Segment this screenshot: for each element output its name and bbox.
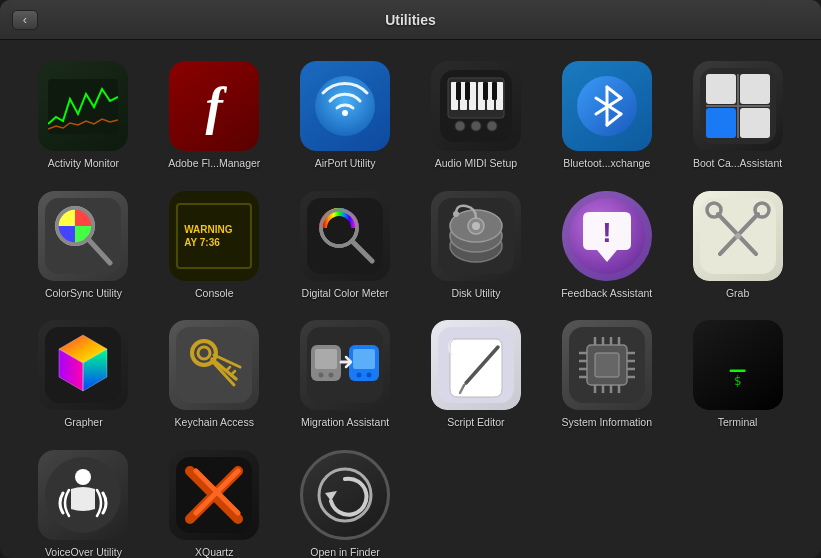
app-icon-migration bbox=[300, 320, 390, 410]
app-icon-bluetooth bbox=[562, 61, 652, 151]
app-icon-boot-camp bbox=[693, 61, 783, 151]
svg-point-15 bbox=[455, 121, 465, 131]
app-icon-voiceover bbox=[38, 450, 128, 540]
colorsync-svg bbox=[45, 198, 121, 274]
app-label: Adobe Fl...Manager bbox=[168, 157, 260, 171]
app-icon-script-editor bbox=[431, 320, 521, 410]
app-item-xquartz[interactable]: XQuartz bbox=[151, 444, 278, 558]
airport-wifi-icon bbox=[314, 75, 376, 137]
app-icon-digital-color bbox=[300, 191, 390, 281]
app-item-bluetooth[interactable]: Bluetoot...xchange bbox=[543, 55, 670, 177]
app-icon-terminal: _ $ bbox=[693, 320, 783, 410]
svg-rect-72 bbox=[315, 349, 337, 369]
app-item-boot-camp[interactable]: Boot Ca...Assistant bbox=[674, 55, 801, 177]
svg-rect-13 bbox=[483, 82, 488, 100]
open-finder-svg bbox=[317, 467, 373, 523]
svg-rect-27 bbox=[706, 108, 736, 138]
svg-point-103 bbox=[75, 469, 91, 485]
svg-text:!: ! bbox=[602, 217, 611, 248]
app-icon-airport bbox=[300, 61, 390, 151]
app-item-disk-utility[interactable]: Disk Utility bbox=[413, 185, 540, 307]
app-item-activity-monitor[interactable]: Activity Monitor bbox=[20, 55, 147, 177]
svg-point-53 bbox=[735, 233, 741, 239]
app-label: Console bbox=[195, 287, 234, 301]
digital-color-svg bbox=[307, 198, 383, 274]
app-item-script-editor[interactable]: Script Editor bbox=[413, 314, 540, 436]
bootcamp-svg bbox=[700, 68, 776, 144]
svg-marker-110 bbox=[325, 491, 337, 501]
svg-point-73 bbox=[319, 373, 324, 378]
svg-point-44 bbox=[472, 222, 480, 230]
app-label: Digital Color Meter bbox=[302, 287, 389, 301]
svg-point-74 bbox=[329, 373, 334, 378]
app-label: System Information bbox=[562, 416, 652, 430]
app-label: Bluetoot...xchange bbox=[563, 157, 650, 171]
app-icon-adobe-flash: f bbox=[169, 61, 259, 151]
terminal-prompt-text: _ bbox=[730, 342, 746, 372]
titlebar: ‹ Utilities bbox=[0, 0, 821, 40]
app-icon-colorsync bbox=[38, 191, 128, 281]
app-label: Activity Monitor bbox=[48, 157, 119, 171]
grapher-svg bbox=[45, 327, 121, 403]
app-icon-system-info bbox=[562, 320, 652, 410]
svg-rect-101 bbox=[595, 353, 619, 377]
app-label: Feedback Assistant bbox=[561, 287, 652, 301]
back-icon: ‹ bbox=[23, 12, 27, 27]
svg-rect-25 bbox=[706, 74, 736, 104]
bluetooth-svg bbox=[576, 75, 638, 137]
window-title: Utilities bbox=[385, 12, 436, 28]
app-item-digital-color[interactable]: Digital Color Meter bbox=[282, 185, 409, 307]
feedback-svg: ! bbox=[569, 198, 645, 274]
app-label: Grapher bbox=[64, 416, 103, 430]
back-button[interactable]: ‹ bbox=[12, 10, 38, 30]
app-item-adobe-flash[interactable]: f Adobe Fl...Manager bbox=[151, 55, 278, 177]
app-item-keychain[interactable]: Keychain Access bbox=[151, 314, 278, 436]
activity-monitor-graph bbox=[48, 79, 118, 134]
app-item-console[interactable]: WARNINGAY 7:36 Console bbox=[151, 185, 278, 307]
app-label: Terminal bbox=[718, 416, 758, 430]
app-item-grab[interactable]: Grab bbox=[674, 185, 801, 307]
app-item-system-info[interactable]: System Information bbox=[543, 314, 670, 436]
app-icon-grab bbox=[693, 191, 783, 281]
app-item-grapher[interactable]: Grapher bbox=[20, 314, 147, 436]
migration-svg bbox=[307, 327, 383, 403]
svg-point-17 bbox=[487, 121, 497, 131]
svg-rect-76 bbox=[353, 349, 375, 369]
app-item-airport[interactable]: AirPort Utility bbox=[282, 55, 409, 177]
app-label: ColorSync Utility bbox=[45, 287, 122, 301]
app-item-voiceover[interactable]: VoiceOver Utility bbox=[20, 444, 147, 558]
svg-rect-0 bbox=[48, 79, 118, 134]
svg-point-16 bbox=[471, 121, 481, 131]
app-label: XQuartz bbox=[195, 546, 234, 558]
app-label: Grab bbox=[726, 287, 749, 301]
app-label: Script Editor bbox=[447, 416, 504, 430]
app-label: VoiceOver Utility bbox=[45, 546, 122, 558]
svg-rect-12 bbox=[465, 82, 470, 100]
app-item-open-finder[interactable]: Open in Finder bbox=[282, 444, 409, 558]
app-label: Audio MIDI Setup bbox=[435, 157, 517, 171]
utilities-window: ‹ Utilities Activity Monitor f bbox=[0, 0, 821, 558]
app-icon-feedback: ! bbox=[562, 191, 652, 281]
app-label: Disk Utility bbox=[451, 287, 500, 301]
svg-point-77 bbox=[357, 373, 362, 378]
xquartz-svg bbox=[176, 457, 252, 533]
app-icon-xquartz bbox=[169, 450, 259, 540]
app-item-migration[interactable]: Migration Assistant bbox=[282, 314, 409, 436]
app-label: Open in Finder bbox=[310, 546, 379, 558]
system-info-svg bbox=[569, 327, 645, 403]
app-item-audio-midi[interactable]: Audio MIDI Setup bbox=[413, 55, 540, 177]
app-item-feedback[interactable]: ! Feedback Assistant bbox=[543, 185, 670, 307]
console-warning-text: WARNINGAY 7:36 bbox=[184, 223, 244, 249]
svg-rect-11 bbox=[456, 82, 461, 100]
grab-svg bbox=[700, 198, 776, 274]
svg-rect-28 bbox=[740, 108, 770, 138]
app-item-colorsync[interactable]: ColorSync Utility bbox=[20, 185, 147, 307]
app-label: AirPort Utility bbox=[315, 157, 376, 171]
app-icon-disk-utility bbox=[431, 191, 521, 281]
svg-rect-26 bbox=[740, 74, 770, 104]
app-icon-audio-midi bbox=[431, 61, 521, 151]
app-item-terminal[interactable]: _ $ Terminal bbox=[674, 314, 801, 436]
app-icon-keychain bbox=[169, 320, 259, 410]
console-display: WARNINGAY 7:36 bbox=[176, 203, 252, 269]
app-label: Keychain Access bbox=[175, 416, 254, 430]
